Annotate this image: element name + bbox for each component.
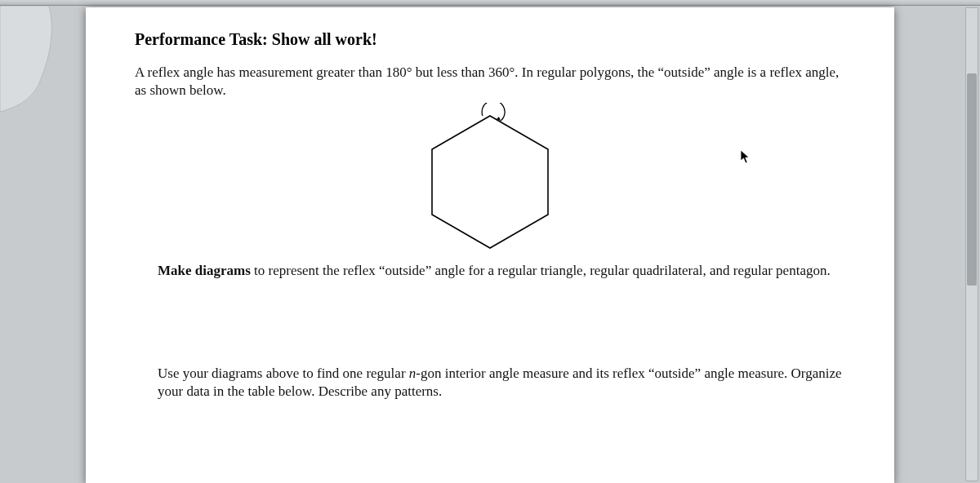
intro-paragraph: A reflex angle has measurement greater t…	[135, 64, 845, 100]
svg-marker-0	[432, 116, 548, 248]
scroll-thumb[interactable]	[967, 73, 977, 286]
use-diagrams-instruction: Use your diagrams above to find one regu…	[158, 365, 845, 401]
make-diagrams-rest: to represent the reflex “outside” angle …	[251, 263, 831, 278]
hexagon-diagram	[135, 103, 845, 254]
use-pre: Use your diagrams above to find one regu…	[158, 366, 409, 381]
blank-workspace	[135, 280, 845, 360]
document-page: Performance Task: Show all work! A refle…	[86, 7, 894, 483]
make-diagrams-instruction: Make diagrams to represent the reflex “o…	[158, 262, 845, 280]
window-chrome-bar	[0, 0, 980, 6]
make-diagrams-lead: Make diagrams	[158, 263, 251, 278]
pdf-viewer: Performance Task: Show all work! A refle…	[0, 6, 980, 483]
task-title: Performance Task: Show all work!	[135, 30, 845, 49]
vertical-scrollbar[interactable]	[965, 7, 978, 481]
bookmark-tab	[0, 6, 57, 153]
